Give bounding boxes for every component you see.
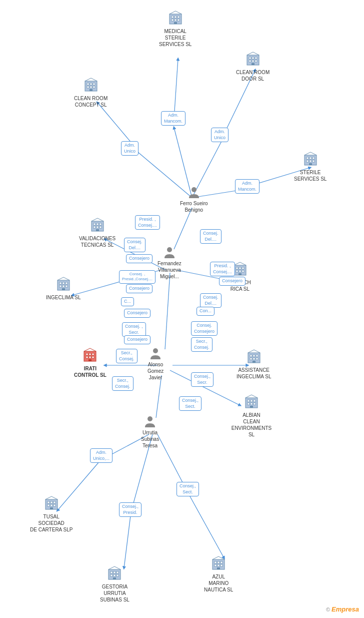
role-badge-adm-unico-3[interactable]: Adm.Unico,... bbox=[90, 448, 112, 463]
svg-line-152 bbox=[218, 556, 224, 559]
svg-rect-94 bbox=[86, 353, 88, 355]
company-label: CLEAN ROOMCONCEPT SL bbox=[74, 95, 108, 108]
role-badge-consejero-4[interactable]: Consejero bbox=[124, 335, 150, 344]
svg-line-131 bbox=[46, 496, 52, 499]
svg-rect-109 bbox=[256, 358, 258, 360]
svg-rect-97 bbox=[86, 356, 88, 358]
svg-rect-147 bbox=[214, 564, 216, 566]
svg-rect-148 bbox=[218, 564, 220, 566]
svg-line-132 bbox=[52, 496, 58, 499]
role-badge-consej-del-2[interactable]: Consej.Del.... bbox=[200, 229, 222, 244]
svg-line-71 bbox=[92, 218, 98, 221]
svg-line-142 bbox=[114, 566, 120, 569]
svg-rect-98 bbox=[89, 356, 91, 358]
role-badge-consejero-1[interactable]: Consejero bbox=[126, 254, 152, 263]
role-badge-consejero-3[interactable]: Consejero bbox=[124, 309, 150, 318]
svg-rect-35 bbox=[252, 57, 254, 59]
svg-rect-74 bbox=[60, 282, 62, 284]
company-clean-room-concept: CLEAN ROOMCONCEPT SL bbox=[74, 76, 108, 108]
svg-rect-68 bbox=[96, 226, 98, 228]
role-badge-adm-mancom-1[interactable]: Adm.Mancom. bbox=[161, 111, 186, 126]
svg-rect-130 bbox=[50, 507, 53, 509]
role-badge-con[interactable]: Con... bbox=[196, 307, 214, 316]
svg-line-12 bbox=[165, 273, 170, 349]
svg-rect-59 bbox=[312, 160, 314, 162]
company-sterile-services: STERILESERVICES SL bbox=[294, 150, 326, 182]
role-badge-consej-consejero[interactable]: Consej.Consejero bbox=[191, 321, 218, 336]
svg-line-92 bbox=[240, 262, 246, 265]
svg-rect-57 bbox=[306, 160, 308, 162]
role-badge-consej-del-3[interactable]: Consej.Del.... bbox=[200, 293, 222, 308]
svg-rect-38 bbox=[252, 60, 254, 62]
svg-rect-55 bbox=[310, 157, 312, 159]
role-badge-consej-sect-1[interactable]: Consej.,Sect. bbox=[179, 396, 202, 411]
svg-rect-90 bbox=[238, 273, 242, 275]
building-icon bbox=[106, 564, 124, 582]
role-badge-adm-unico-2[interactable]: Adm.Unico bbox=[211, 128, 228, 142]
svg-rect-47 bbox=[87, 86, 89, 88]
role-badge-secr-consej-2[interactable]: Secr.,Consej. bbox=[112, 376, 134, 391]
role-badge-consej-presid[interactable]: Consej. ,Presid.,Consej.... bbox=[119, 270, 156, 284]
svg-line-141 bbox=[108, 566, 114, 569]
svg-line-112 bbox=[254, 350, 260, 353]
svg-rect-106 bbox=[256, 355, 258, 357]
svg-line-151 bbox=[212, 556, 218, 559]
svg-rect-128 bbox=[50, 504, 52, 506]
role-badge-consej-secr-2[interactable]: Consej.,Secr. bbox=[191, 372, 214, 387]
role-badge-secr-consej-1[interactable]: Secr.,Consej. bbox=[116, 349, 138, 363]
svg-line-111 bbox=[248, 350, 254, 353]
svg-rect-105 bbox=[253, 355, 255, 357]
company-ingeclima: INGECLIMA SL bbox=[46, 275, 80, 301]
svg-rect-88 bbox=[239, 270, 241, 272]
svg-line-16 bbox=[156, 375, 162, 418]
role-badge-adm-unico-1[interactable]: Adm.Unico bbox=[121, 141, 138, 156]
svg-rect-116 bbox=[254, 400, 256, 402]
role-badge-consej-sect-2[interactable]: Consej.,Sect. bbox=[176, 482, 199, 496]
role-badge-consejero-5[interactable]: Consejero bbox=[219, 277, 246, 286]
company-label: ALBIANCLEANENVIRONMENTS SL bbox=[229, 412, 274, 438]
svg-rect-146 bbox=[220, 561, 222, 563]
person-icon bbox=[143, 414, 157, 428]
svg-rect-77 bbox=[60, 285, 62, 287]
svg-line-72 bbox=[98, 218, 104, 221]
building-icon-red bbox=[81, 346, 99, 364]
svg-rect-118 bbox=[250, 403, 252, 405]
svg-rect-136 bbox=[116, 571, 118, 573]
svg-rect-65 bbox=[96, 223, 98, 225]
svg-rect-56 bbox=[312, 157, 314, 159]
company-azul-marino: AZULMARINONAUTICA SL bbox=[204, 554, 233, 593]
svg-line-102 bbox=[90, 348, 96, 351]
svg-rect-87 bbox=[236, 270, 238, 272]
svg-point-153 bbox=[192, 187, 196, 192]
role-badge-c[interactable]: C... bbox=[121, 297, 134, 306]
building-icon bbox=[210, 554, 228, 572]
svg-rect-119 bbox=[254, 403, 256, 405]
svg-rect-39 bbox=[255, 60, 257, 62]
svg-line-41 bbox=[247, 52, 253, 55]
role-badge-presid-consej-2[interactable]: Presid. ,Consej.... bbox=[210, 262, 235, 276]
role-badge-secr-consej-3[interactable]: Secr.,Consej. bbox=[191, 337, 212, 352]
svg-point-155 bbox=[153, 348, 158, 353]
svg-line-122 bbox=[252, 395, 258, 398]
role-badge-consejero-2[interactable]: Consejero bbox=[126, 284, 152, 293]
role-badge-consej-del-1[interactable]: Consej.Del.... bbox=[124, 238, 146, 252]
person-label: Ferro SueiroBenigno bbox=[180, 200, 208, 213]
company-gestoria-urrutia: GESTORIAURRUTIASUBINAS SL bbox=[100, 564, 130, 603]
svg-rect-110 bbox=[252, 361, 256, 363]
company-label: VALIDACIONESTECNICAS SL bbox=[79, 235, 116, 248]
person-label: UrrutiaSubinasTeresa bbox=[141, 429, 159, 449]
building-icon bbox=[302, 150, 320, 168]
building-icon bbox=[82, 76, 100, 94]
role-badge-adm-mancom-2[interactable]: Adm.Mancom. bbox=[235, 179, 260, 194]
role-badge-presid-consej-1[interactable]: Presid. ,Consej.... bbox=[135, 215, 160, 230]
svg-rect-107 bbox=[250, 358, 252, 360]
svg-rect-114 bbox=[248, 400, 250, 402]
svg-rect-60 bbox=[309, 163, 312, 165]
svg-rect-45 bbox=[90, 83, 92, 85]
role-badge-consej-secr-1[interactable]: Consej. ,Secr. bbox=[122, 322, 146, 337]
role-badge-consej-presid-2[interactable]: Consej.,Presid. bbox=[119, 502, 142, 517]
company-label: STERILESERVICES SL bbox=[294, 169, 326, 182]
company-label: AZULMARINONAUTICA SL bbox=[204, 573, 233, 593]
svg-line-32 bbox=[176, 11, 182, 14]
person-icon bbox=[162, 245, 176, 259]
